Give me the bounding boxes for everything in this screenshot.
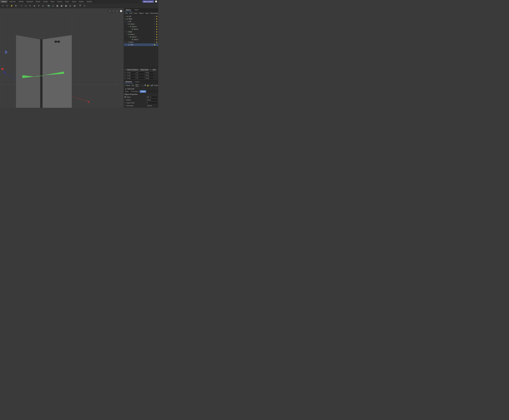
tab-kosh26[interactable]: kosh26 (85, 0, 93, 3)
tab-startup[interactable]: Startup (0, 0, 8, 3)
tree-expand-j2r[interactable]: ▼ (128, 36, 130, 38)
y-position-input[interactable] (127, 75, 135, 77)
add-layout-button[interactable]: + (139, 1, 142, 2)
tree-expand-screen[interactable]: ▼ (124, 41, 126, 43)
tab-paint[interactable]: Paint (49, 0, 56, 3)
visibility-btn-left-null[interactable]: 👁 (154, 15, 155, 17)
toolbar-export[interactable]: ⬡ (82, 4, 86, 8)
shape-value[interactable]: Dot ▼ (146, 96, 158, 98)
tab-groom[interactable]: Groom (56, 0, 64, 3)
visibility-btn-right-null[interactable]: 👁 (154, 18, 155, 20)
object-menu[interactable]: Object (138, 12, 144, 14)
x-position-input[interactable] (127, 72, 135, 74)
tree-item-right-group[interactable]: ▼ ⬡ Right 👁 🔒 (124, 30, 158, 33)
mode-btn[interactable]: Mode (126, 84, 131, 86)
viewport-sun-button[interactable]: ☀ (108, 9, 111, 13)
tag-attr-icon[interactable]: 🏷 (149, 84, 151, 87)
toolbar-redo[interactable]: ↪ (5, 4, 9, 8)
viewport-display-button[interactable]: ◻ (116, 9, 119, 13)
attributes-tab[interactable]: Attributes (124, 80, 133, 83)
visibility-btn-left-g[interactable]: 👁 (154, 20, 155, 22)
search-attr-icon[interactable]: 🔍 (145, 84, 147, 87)
z-position-input[interactable] (127, 77, 135, 79)
tree-expand-left-null[interactable]: ▼ (124, 15, 126, 17)
toolbar-new[interactable]: □ (19, 4, 23, 8)
edit-menu[interactable]: Edit (129, 12, 133, 14)
toolbar-perspective[interactable]: ◻ (51, 4, 55, 8)
toolbar-camera[interactable]: 📷 (46, 4, 51, 8)
lock-j2l[interactable]: 🔒 (156, 26, 158, 28)
tree-item-joint1-l[interactable]: ▼ ⛓ Joint.1 👁 🔒 (124, 23, 158, 25)
attr-hamburger-icon[interactable]: ≡ (124, 84, 126, 87)
lock-btn-right-null[interactable]: 🔒 (156, 18, 158, 20)
lock-j1r[interactable]: 🔒 (156, 33, 158, 35)
check-skin[interactable]: ✓ (156, 44, 158, 46)
tree-expand-left-group[interactable]: ▼ (124, 21, 126, 22)
y-rotation-input[interactable] (136, 75, 145, 77)
forward-icon[interactable]: → (142, 84, 143, 87)
tree-expand-right-null[interactable]: ▶ (124, 18, 126, 20)
tree-item-joint1-r[interactable]: ▼ ⛓ Joint.1 👁 🔒 (124, 33, 158, 36)
lock-btn-left-g[interactable]: 🔒 (156, 20, 158, 22)
object-rel-button[interactable]: Object (Rel) (140, 69, 149, 71)
tree-expand-j1l[interactable]: ▼ (126, 23, 128, 25)
z-size-input[interactable] (145, 77, 154, 79)
tab-sculpt[interactable]: Sculpt (42, 0, 49, 3)
tree-item-joint3-l[interactable]: ▶ ⛓ Joint.3 👁 🔒 (124, 28, 158, 30)
lock-j1l[interactable]: 🔒 (156, 23, 158, 25)
lock-btn-left-null[interactable]: 🔒 (156, 15, 158, 17)
toolbar-move[interactable]: ✦ (28, 4, 32, 8)
vis-j3l[interactable]: 👁 (154, 28, 155, 30)
tab-standard[interactable]: Standard (25, 0, 35, 3)
toolbar-settings[interactable]: ⚙ (14, 4, 18, 8)
maximize-button[interactable]: ⬜ (154, 0, 158, 3)
viewport-maximize-button[interactable]: ⬜ (119, 9, 123, 13)
vis-j1r[interactable]: 👁 (154, 33, 155, 35)
vis-screen[interactable]: 👁 (154, 41, 155, 43)
toolbar-live[interactable]: ⚡ (9, 4, 14, 8)
shape-dot[interactable] (124, 96, 126, 98)
lock-j2r[interactable]: 🔒 (156, 36, 158, 38)
tree-item-joint3-r[interactable]: ▶ ⛓ Joint.3 👁 🔒 (124, 38, 158, 41)
lock-j3r[interactable]: 🔒 (156, 38, 158, 41)
radius-dot[interactable] (124, 99, 126, 101)
orient-value[interactable]: Camera X Y Z (146, 105, 158, 107)
tree-item-skin[interactable]: ▶ ◈ Skin 👁 🔒 ✓ (124, 43, 158, 46)
default-btn[interactable]: Default (153, 84, 158, 86)
basic-tab[interactable]: Basic (124, 90, 130, 93)
toolbar-display1[interactable]: ▦ (55, 4, 59, 8)
x-size-input[interactable] (145, 72, 154, 74)
orient-dot[interactable] (124, 105, 126, 106)
reset-transform-button[interactable]: Reset Transform (126, 69, 139, 71)
link-attr-icon[interactable]: 🔗 (151, 84, 153, 87)
tab-nodes[interactable]: Nodes (78, 0, 85, 3)
lock-skin[interactable]: 🔒 (154, 44, 155, 46)
tree-item-joint2-r[interactable]: ▼ ⛓ Joint.2 👁 🔒 (124, 36, 158, 38)
tree-item-left-null[interactable]: ▼ ◈ Left 👁 🔒 (124, 15, 158, 17)
tree-expand-j2l[interactable]: ▼ (128, 26, 130, 27)
vis-skin[interactable]: 👁 (151, 44, 153, 46)
radius-value[interactable]: 10 cm (146, 99, 158, 101)
back-icon[interactable]: ← (140, 84, 141, 87)
aspect-value[interactable]: 1 (146, 102, 158, 104)
objects-tab[interactable]: Objects (124, 8, 133, 12)
aspect-dot[interactable] (124, 102, 126, 104)
new-layouts-button[interactable]: New Layouts (142, 0, 154, 3)
lock-attr-icon[interactable]: 🔒 (147, 84, 149, 87)
tab-track[interactable]: Track (64, 0, 71, 3)
lock-screen[interactable]: 🔒 (156, 41, 158, 43)
toolbar-display4[interactable]: ◎ (68, 4, 72, 8)
tab-script[interactable]: Script (71, 0, 78, 3)
lock-j3l[interactable]: 🔒 (156, 28, 158, 30)
toolbar-rotate[interactable]: ↺ (37, 4, 41, 8)
vis-j3r[interactable]: 👁 (154, 38, 155, 41)
file-menu[interactable]: File (124, 12, 129, 14)
bookmarks-menu[interactable]: Bookmarks (150, 12, 158, 14)
edit-btn[interactable]: Edit (131, 84, 135, 86)
vis-j2r[interactable]: 👁 (154, 36, 155, 38)
tab-uvedit[interactable]: UVEdit (17, 0, 25, 3)
z-rotation-input[interactable] (136, 77, 145, 79)
toolbar-text[interactable]: T (78, 4, 82, 8)
tree-item-right-null-top[interactable]: ▶ ◈ Right 👁 🔒 (124, 17, 158, 20)
x-rotation-input[interactable] (136, 72, 145, 74)
